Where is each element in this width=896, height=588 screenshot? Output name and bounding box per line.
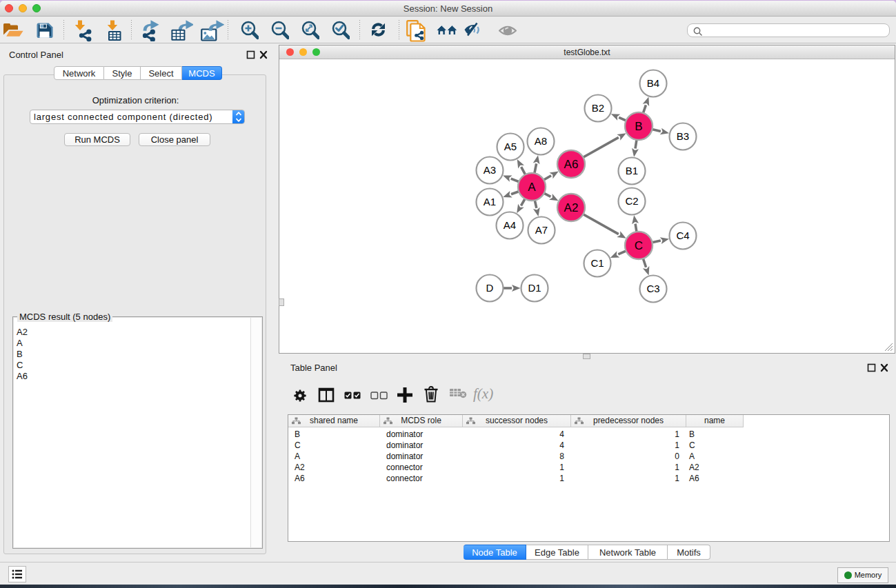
svg-text:C1: C1: [590, 257, 604, 269]
svg-text:A8: A8: [535, 135, 547, 147]
svg-text:C4: C4: [676, 230, 689, 241]
svg-text:B2: B2: [592, 102, 604, 114]
svg-text:C3: C3: [646, 283, 659, 294]
svg-text:A: A: [528, 181, 536, 194]
svg-text:A6: A6: [564, 158, 579, 171]
svg-text:A1: A1: [484, 196, 496, 207]
svg-text:A7: A7: [535, 224, 548, 236]
svg-text:B4: B4: [647, 77, 659, 89]
svg-text:C2: C2: [625, 195, 638, 207]
svg-text:A5: A5: [504, 141, 517, 152]
svg-text:A2: A2: [564, 201, 579, 214]
svg-text:B: B: [635, 120, 642, 133]
svg-text:A4: A4: [504, 219, 516, 231]
svg-text:D: D: [486, 282, 494, 294]
svg-text:D1: D1: [528, 282, 541, 294]
svg-text:B3: B3: [677, 130, 689, 142]
svg-text:A3: A3: [484, 164, 496, 176]
svg-text:C: C: [635, 239, 643, 252]
svg-text:B1: B1: [626, 165, 638, 176]
